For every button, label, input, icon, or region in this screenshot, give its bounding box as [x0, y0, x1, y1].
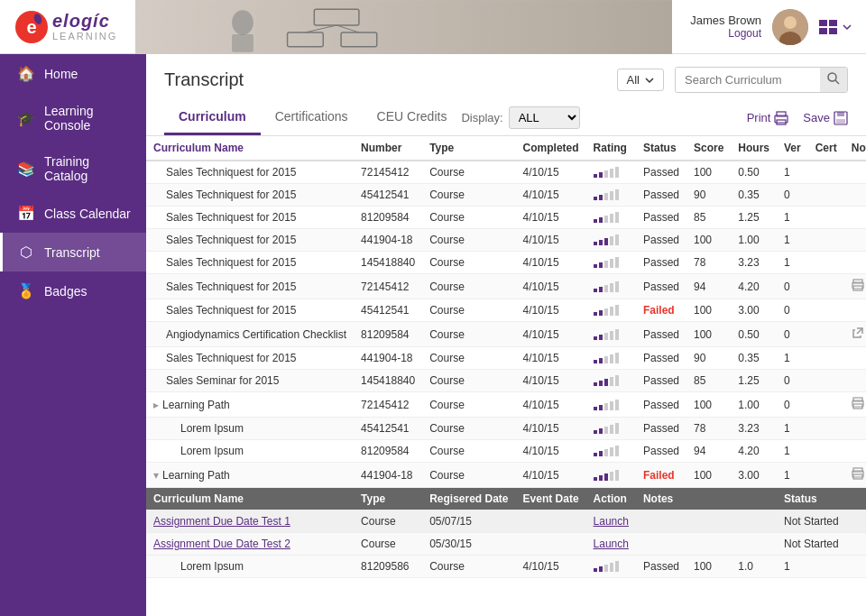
cell-notes: [844, 463, 866, 488]
sub-curriculum-link[interactable]: Assignment Due Date Test 2: [153, 538, 290, 550]
content-header: Transcript All: [146, 54, 866, 93]
rating-bar: [594, 430, 597, 434]
col-header-cert: Cert: [808, 136, 844, 161]
cell-number: 441904-18: [354, 463, 422, 488]
rating-bar: [594, 219, 597, 223]
status-badge: Passed: [643, 166, 679, 179]
rating-bar: [594, 312, 597, 316]
display-option: Display: ALL Active Inactive: [461, 106, 579, 129]
sidebar-item-training-catalog[interactable]: 📚 Training Catalog: [0, 143, 146, 194]
sidebar: 🏠 Home 🎓 Learning Console 📚 Training Cat…: [0, 54, 146, 616]
search-button[interactable]: [820, 68, 847, 92]
sidebar-item-badges[interactable]: 🏅 Badges: [0, 271, 146, 310]
cell-number: 81209584: [354, 440, 422, 463]
table-row: Sales Techniquest for 2015 441904-18 Cou…: [146, 347, 866, 370]
sub-col-event: Event Date: [516, 488, 586, 510]
row-print-icon[interactable]: [852, 470, 864, 483]
sub-cell-notes: [636, 533, 777, 556]
sidebar-item-home[interactable]: 🏠 Home: [0, 54, 146, 93]
rating-bar: [599, 240, 603, 245]
sidebar-item-class-calendar[interactable]: 📅 Class Calendar: [0, 194, 146, 233]
table-row: Sales Techniquest for 2015 145418840 Cou…: [146, 252, 866, 274]
sub-action-link[interactable]: Launch: [594, 515, 629, 528]
sub-action-link[interactable]: Launch: [594, 538, 629, 550]
rating-bars: [594, 212, 629, 223]
cell-completed: 4/10/15: [516, 392, 586, 418]
rating-bar: [599, 358, 603, 363]
cell-rating: [586, 184, 636, 207]
display-select[interactable]: ALL Active Inactive: [509, 106, 580, 129]
svg-rect-17: [819, 28, 827, 34]
rating-bar: [615, 470, 619, 481]
rating-bar: [594, 197, 597, 200]
logout-link[interactable]: Logout: [690, 27, 761, 40]
rating-bar: [615, 400, 619, 410]
rating-bars: [594, 329, 629, 340]
rating-bar: [594, 289, 597, 292]
row-print-icon[interactable]: [852, 281, 864, 294]
status-badge: Passed: [643, 211, 679, 224]
cell-notes: [844, 252, 866, 274]
rating-bar: [604, 403, 608, 410]
cell-cert: [808, 392, 844, 418]
external-link-icon[interactable]: [852, 327, 864, 342]
filter-value: All: [627, 73, 640, 87]
sub-cell-type: Course: [354, 533, 422, 556]
sub-col-notes: Notes: [636, 488, 777, 510]
tab-actions: Print Save: [747, 111, 848, 125]
cell-ver: 1: [777, 440, 808, 463]
cell-name: Sales Techniquest for 2015: [146, 207, 354, 229]
cell-notes: [844, 184, 866, 207]
cell-completed: 4/10/15: [516, 184, 586, 207]
rating-bar: [610, 214, 613, 223]
row-print-icon[interactable]: [852, 400, 864, 412]
expand-icon[interactable]: ▸: [153, 399, 159, 411]
sidebar-item-transcript[interactable]: ⬡ Transcript: [0, 233, 146, 271]
tab-ceu-credits[interactable]: CEU Credits: [363, 100, 462, 135]
save-action[interactable]: Save: [803, 111, 848, 125]
rating-bar: [599, 195, 603, 200]
cell-status: Failed: [636, 299, 686, 322]
cell-number: 72145412: [354, 392, 422, 418]
col-header-hours: Hours: [731, 136, 777, 161]
sub-table-row: Assignment Due Date Test 2 Course 05/30/…: [146, 533, 866, 556]
search-input[interactable]: [676, 69, 820, 91]
cell-status: Passed: [636, 370, 686, 392]
cell-status: Passed: [636, 207, 686, 229]
cell-rating: [586, 440, 636, 463]
cell-cert: [808, 418, 844, 440]
tab-certifications[interactable]: Certifications: [261, 100, 363, 135]
cell-notes: [844, 392, 866, 418]
cell-hours: 1.0: [731, 556, 777, 578]
cell-type: Course: [422, 392, 515, 418]
print-action[interactable]: Print: [747, 111, 789, 125]
rating-bar: [604, 449, 608, 456]
cell-hours: 3.23: [731, 252, 777, 274]
main-layout: 🏠 Home 🎓 Learning Console 📚 Training Cat…: [0, 54, 866, 616]
status-badge: Passed: [643, 188, 679, 201]
rating-bar: [594, 477, 597, 481]
rating-bar: [599, 335, 603, 340]
cell-number: 145418840: [354, 252, 422, 274]
cell-notes: [844, 322, 866, 347]
cell-ver: 1: [777, 418, 808, 440]
rating-bar: [615, 189, 619, 200]
cell-notes: [844, 418, 866, 440]
rating-bar: [599, 172, 603, 178]
view-toggle[interactable]: [819, 20, 852, 34]
table-row: ▸Learning Path 72145412 Course 4/10/15 P…: [146, 392, 866, 418]
cell-type: Course: [422, 322, 515, 347]
tab-curriculum[interactable]: Curriculum: [164, 100, 261, 135]
transcript-icon: ⬡: [17, 244, 35, 261]
rating-bar: [594, 453, 597, 456]
sidebar-item-learning-console[interactable]: 🎓 Learning Console: [0, 93, 146, 143]
rating-bar: [604, 356, 608, 363]
filter-dropdown[interactable]: All: [617, 69, 664, 91]
rating-bar: [594, 382, 597, 386]
sub-curriculum-link[interactable]: Assignment Due Date Test 1: [153, 515, 290, 528]
rating-bar: [604, 308, 608, 316]
cell-type: Course: [422, 440, 515, 463]
expand-icon[interactable]: ▾: [153, 469, 159, 482]
sub-cell-event: [516, 533, 586, 556]
cell-name: Angiodynamics Certification Checklist: [146, 322, 354, 347]
